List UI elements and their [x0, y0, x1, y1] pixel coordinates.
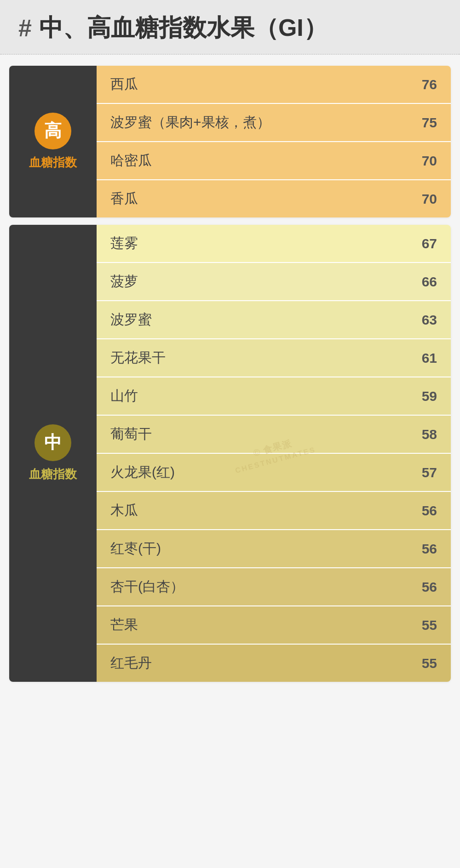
fruit-value: 56 [422, 541, 437, 557]
mid-label-column: 中 血糖指数 [9, 225, 97, 682]
fruit-value: 66 [422, 274, 437, 290]
fruit-value: 56 [422, 503, 437, 519]
mid-rows-wrapper: © 食果派 CHESTNUTMATES 莲雾 67 菠萝 66 波罗蜜 63 无… [97, 225, 451, 682]
fruit-value: 59 [422, 388, 437, 404]
fruit-row: 波罗蜜 63 [97, 301, 451, 339]
fruit-row: 火龙果(红) 57 [97, 454, 451, 492]
fruit-name: 莲雾 [110, 225, 138, 262]
fruit-row: 波罗蜜（果肉+果核，煮） 75 [97, 104, 451, 142]
fruit-name: 杏干(白杏） [110, 568, 184, 605]
fruit-name: 木瓜 [110, 492, 138, 529]
fruit-value: 70 [422, 191, 437, 207]
fruit-value: 57 [422, 465, 437, 480]
mid-rows: 莲雾 67 菠萝 66 波罗蜜 63 无花果干 61 山竹 59 葡萄干 58 … [97, 225, 451, 682]
mid-label-main: 中 [44, 431, 62, 454]
fruit-name: 波罗蜜（果肉+果核，煮） [110, 104, 270, 141]
high-label-sub: 血糖指数 [29, 154, 77, 171]
fruit-row: 哈密瓜 70 [97, 142, 451, 180]
high-circle: 高 [34, 113, 71, 149]
fruit-value: 58 [422, 427, 437, 442]
fruit-name: 哈密瓜 [110, 142, 152, 179]
fruit-name: 红枣(干) [110, 530, 161, 567]
fruit-name: 波罗蜜 [110, 301, 152, 338]
mid-label-sub: 血糖指数 [29, 466, 77, 482]
fruit-row: 木瓜 56 [97, 492, 451, 530]
fruit-value: 67 [422, 236, 437, 251]
high-label-column: 高 血糖指数 [9, 66, 97, 217]
fruit-name: 菠萝 [110, 263, 138, 300]
fruit-row: 莲雾 67 [97, 225, 451, 263]
fruit-value: 76 [422, 77, 437, 92]
high-rows-wrapper: 西瓜 76 波罗蜜（果肉+果核，煮） 75 哈密瓜 70 香瓜 70 [97, 66, 451, 217]
header-hash: # [18, 16, 32, 40]
fruit-value: 70 [422, 153, 437, 169]
fruit-row: 无花果干 61 [97, 339, 451, 377]
fruit-name: 无花果干 [110, 339, 166, 377]
fruit-name: 葡萄干 [110, 416, 152, 453]
fruit-row: 杏干(白杏） 56 [97, 568, 451, 606]
page-wrapper: # 中、高血糖指数水果（GI） 高 血糖指数 西瓜 76 波罗蜜（果肉+果核，煮… [0, 0, 460, 719]
fruit-row: 红枣(干) 56 [97, 530, 451, 568]
fruit-row: 山竹 59 [97, 377, 451, 416]
fruit-row: 葡萄干 58 [97, 416, 451, 454]
fruit-value: 75 [422, 115, 437, 131]
fruit-row: 香瓜 70 [97, 180, 451, 217]
high-section: 高 血糖指数 西瓜 76 波罗蜜（果肉+果核，煮） 75 哈密瓜 70 香瓜 7… [9, 66, 451, 217]
fruit-value: 63 [422, 312, 437, 328]
header-title: 中、高血糖指数水果（GI） [39, 15, 328, 41]
fruit-name: 芒果 [110, 606, 138, 644]
fruit-name: 火龙果(红) [110, 454, 175, 491]
fruit-value: 55 [422, 656, 437, 671]
mid-section: 中 血糖指数 © 食果派 CHESTNUTMATES 莲雾 67 菠萝 66 波… [9, 225, 451, 682]
high-rows: 西瓜 76 波罗蜜（果肉+果核，煮） 75 哈密瓜 70 香瓜 70 [97, 66, 451, 217]
fruit-value: 56 [422, 579, 437, 595]
fruit-value: 61 [422, 350, 437, 366]
high-label-main: 高 [44, 119, 62, 143]
mid-circle: 中 [34, 424, 71, 461]
fruit-row: 菠萝 66 [97, 263, 451, 301]
fruit-name: 红毛丹 [110, 645, 152, 682]
fruit-value: 55 [422, 617, 437, 633]
fruit-name: 山竹 [110, 377, 138, 415]
fruit-name: 西瓜 [110, 66, 138, 103]
main-content: 高 血糖指数 西瓜 76 波罗蜜（果肉+果核，煮） 75 哈密瓜 70 香瓜 7… [0, 55, 460, 700]
fruit-row: 西瓜 76 [97, 66, 451, 104]
fruit-name: 香瓜 [110, 180, 138, 217]
fruit-row: 芒果 55 [97, 606, 451, 645]
header: # 中、高血糖指数水果（GI） [0, 0, 460, 55]
fruit-row: 红毛丹 55 [97, 645, 451, 682]
